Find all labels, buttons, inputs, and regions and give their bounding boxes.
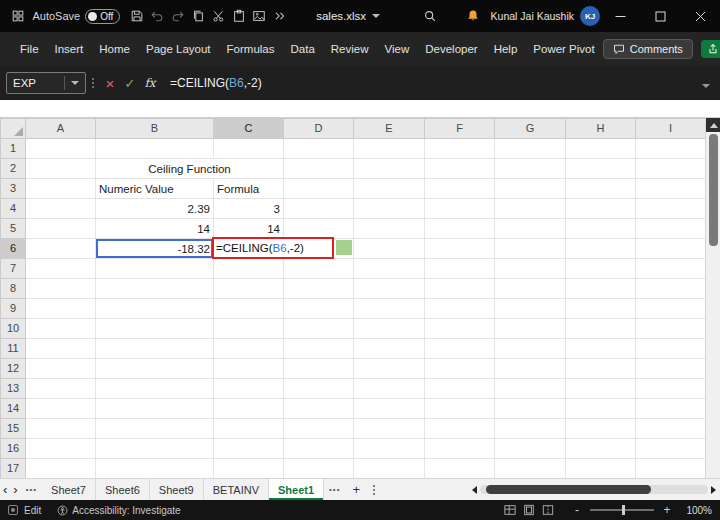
row-header-16[interactable]: 16 — [1, 439, 26, 459]
menu-tab-formulas[interactable]: Formulas — [219, 32, 283, 66]
cell-A8[interactable] — [26, 279, 96, 299]
cell-H17[interactable] — [566, 459, 636, 479]
cell-E3[interactable] — [354, 179, 425, 199]
column-header-E[interactable]: E — [354, 119, 425, 139]
cell-C16[interactable] — [214, 439, 284, 459]
cell-G11[interactable] — [495, 339, 566, 359]
cell-H7[interactable] — [566, 259, 636, 279]
search-icon[interactable] — [422, 6, 438, 26]
cell-A12[interactable] — [26, 359, 96, 379]
cell-I10[interactable] — [636, 319, 706, 339]
cell-C3[interactable]: Formula — [214, 179, 284, 199]
cell-C9[interactable] — [214, 299, 284, 319]
cell-B11[interactable] — [96, 339, 214, 359]
more-commands-icon[interactable] — [272, 6, 288, 26]
menu-tab-home[interactable]: Home — [91, 32, 138, 66]
cell-B4[interactable]: 2.39 — [96, 199, 214, 219]
column-header-F[interactable]: F — [425, 119, 495, 139]
horizontal-scroll-track[interactable] — [480, 485, 708, 494]
menu-tab-help[interactable]: Help — [486, 32, 526, 66]
cell-D4[interactable] — [284, 199, 354, 219]
menu-tab-power-pivot[interactable]: Power Pivot — [525, 32, 602, 66]
cell-C12[interactable] — [214, 359, 284, 379]
autosave-toggle[interactable]: AutoSave Off — [32, 9, 120, 24]
row-header-1[interactable]: 1 — [1, 139, 26, 159]
row-header-17[interactable]: 17 — [1, 459, 26, 479]
cell-C4[interactable]: 3 — [214, 199, 284, 219]
cell-E16[interactable] — [354, 439, 425, 459]
maximize-button[interactable] — [640, 0, 680, 32]
cell-G9[interactable] — [495, 299, 566, 319]
cell-E2[interactable] — [354, 159, 425, 179]
cell-I15[interactable] — [636, 419, 706, 439]
cell-A16[interactable] — [26, 439, 96, 459]
column-header-A[interactable]: A — [26, 119, 96, 139]
cell-D9[interactable] — [284, 299, 354, 319]
cell-E4[interactable] — [354, 199, 425, 219]
cell-I16[interactable] — [636, 439, 706, 459]
scroll-up-button[interactable] — [706, 118, 720, 132]
row-header-8[interactable]: 8 — [1, 279, 26, 299]
row-header-3[interactable]: 3 — [1, 179, 26, 199]
cell-C8[interactable] — [214, 279, 284, 299]
cell-H3[interactable] — [566, 179, 636, 199]
worksheet-grid[interactable]: ABCDEFGHI12Ceiling Function3Numeric Valu… — [0, 118, 705, 478]
cell-A6[interactable] — [26, 239, 96, 259]
cell-D17[interactable] — [284, 459, 354, 479]
cell-H10[interactable] — [566, 319, 636, 339]
cell-E15[interactable] — [354, 419, 425, 439]
cell-I17[interactable] — [636, 459, 706, 479]
row-header-5[interactable]: 5 — [1, 219, 26, 239]
cell-A7[interactable] — [26, 259, 96, 279]
row-header-14[interactable]: 14 — [1, 399, 26, 419]
column-header-H[interactable]: H — [566, 119, 636, 139]
cut-icon[interactable] — [210, 6, 226, 26]
cell-F14[interactable] — [425, 399, 495, 419]
cell-edit-box-C6[interactable]: =CEILING(B6,-2) — [212, 237, 334, 259]
sheet-overflow-left[interactable]: ••• — [21, 479, 42, 500]
cell-D16[interactable] — [284, 439, 354, 459]
cell-G7[interactable] — [495, 259, 566, 279]
cell-F6[interactable] — [425, 239, 495, 259]
column-header-I[interactable]: I — [636, 119, 706, 139]
cell-C5[interactable]: 14 — [214, 219, 284, 239]
insert-function-button[interactable]: fx — [140, 76, 160, 90]
cell-H4[interactable] — [566, 199, 636, 219]
cell-C7[interactable] — [214, 259, 284, 279]
clipboard-icon[interactable] — [231, 6, 247, 26]
cell-A11[interactable] — [26, 339, 96, 359]
formula-input[interactable]: =CEILING(B6,-2) — [170, 76, 262, 90]
cell-D11[interactable] — [284, 339, 354, 359]
cell-F3[interactable] — [425, 179, 495, 199]
cell-I7[interactable] — [636, 259, 706, 279]
cell-F12[interactable] — [425, 359, 495, 379]
row-header-4[interactable]: 4 — [1, 199, 26, 219]
cell-H8[interactable] — [566, 279, 636, 299]
confirm-entry-button[interactable]: ✓ — [120, 76, 140, 91]
cell-E11[interactable] — [354, 339, 425, 359]
cell-E14[interactable] — [354, 399, 425, 419]
cell-D3[interactable] — [284, 179, 354, 199]
cell-F1[interactable] — [425, 139, 495, 159]
cell-I8[interactable] — [636, 279, 706, 299]
user-account[interactable]: Kunal Jai Kaushik KJ — [461, 6, 600, 26]
comments-button[interactable]: Comments — [603, 39, 693, 59]
cell-B13[interactable] — [96, 379, 214, 399]
redo-icon[interactable] — [169, 6, 185, 26]
zoom-out-button[interactable]: - — [572, 503, 582, 517]
sheet-tab-sheet7[interactable]: Sheet7 — [42, 479, 96, 500]
picture-icon[interactable] — [251, 6, 267, 26]
page-layout-view-icon[interactable] — [523, 504, 535, 516]
sheet-nav-previous[interactable]: ‹ — [0, 479, 10, 500]
cell-A4[interactable] — [26, 199, 96, 219]
cell-C14[interactable] — [214, 399, 284, 419]
cell-A9[interactable] — [26, 299, 96, 319]
cell-B8[interactable] — [96, 279, 214, 299]
cell-E9[interactable] — [354, 299, 425, 319]
cell-E17[interactable] — [354, 459, 425, 479]
select-all-corner[interactable] — [1, 119, 26, 139]
column-header-D[interactable]: D — [284, 119, 354, 139]
cell-G6[interactable] — [495, 239, 566, 259]
cell-G3[interactable] — [495, 179, 566, 199]
cell-F2[interactable] — [425, 159, 495, 179]
